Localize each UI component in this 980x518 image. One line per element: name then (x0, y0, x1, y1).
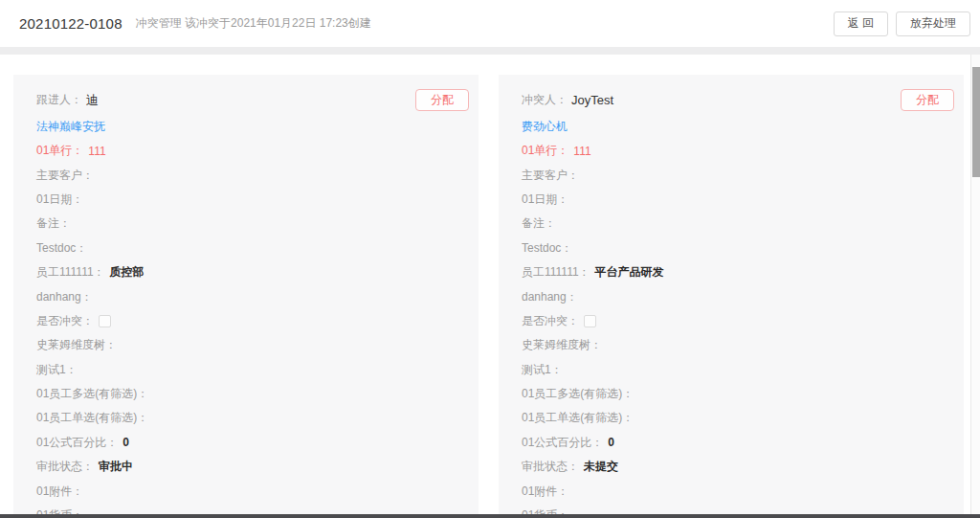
field-label: Testdoc： (522, 240, 572, 257)
field-row: 01员工单选(有筛选)： (522, 406, 954, 430)
field-label: 史莱姆维度树： (36, 337, 117, 353)
field-row: 01日期： (36, 188, 469, 212)
field-label: 员工111111： (522, 264, 590, 281)
back-button[interactable]: 返 回 (834, 11, 888, 36)
page-title: 20210122-0108 (19, 15, 122, 32)
field-label: 01公式百分比： (522, 435, 603, 451)
assign-button[interactable]: 分配 (415, 89, 469, 111)
scrollbar-thumb[interactable] (972, 67, 980, 177)
header-actions: 返 回 放弃处理 (834, 11, 970, 36)
field-label: danhang： (522, 289, 578, 305)
field-label: 01附件： (36, 484, 83, 500)
field-value: 平台产品研发 (595, 264, 664, 281)
page-header: 20210122-0108 冲突管理 该冲突于2021年01月22日 17:23… (0, 0, 980, 47)
record-link[interactable]: 费劲心机 (522, 119, 568, 135)
field-row: 主要客户： (522, 163, 954, 187)
field-label: 员工111111： (36, 264, 105, 281)
field-label: 备注： (36, 215, 71, 232)
field-label: 01员工单选(有筛选)： (36, 410, 148, 426)
card-header: 跟进人： 迪 分配 (36, 85, 469, 115)
bottom-edge-bar (0, 514, 980, 518)
field-label: 主要客户： (36, 168, 94, 184)
field-label: 主要客户： (522, 168, 579, 184)
conflict-checkbox[interactable] (99, 315, 111, 327)
conflict-checkbox[interactable] (584, 315, 596, 327)
record-link[interactable]: 法神巅峰安抚 (36, 119, 105, 135)
field-label: 01员工多选(有筛选)： (522, 386, 634, 402)
abandon-button[interactable]: 放弃处理 (896, 11, 970, 36)
field-row: 审批状态：未提交 (522, 455, 954, 479)
field-row: 是否冲突： (36, 309, 469, 333)
card-header: 冲突人： JoyTest 分配 (522, 85, 954, 115)
field-row: 01单行：111 (522, 139, 954, 163)
field-row: 01日期： (522, 188, 954, 212)
assign-button[interactable]: 分配 (901, 89, 954, 111)
header-divider-band (0, 47, 980, 55)
field-row: 审批状态：审批中 (36, 455, 469, 479)
field-value: 质控部 (110, 264, 145, 281)
record-link-row: 法神巅峰安抚 (36, 115, 469, 139)
field-label: 01公式百分比： (36, 435, 118, 451)
field-label: danhang： (36, 289, 93, 305)
field-row: 史莱姆维度树： (36, 333, 469, 357)
field-row: 01公式百分比：0 (36, 431, 469, 455)
conflict-person-card: 冲突人： JoyTest 分配 费劲心机 01单行：111主要客户：01日期：备… (499, 75, 964, 518)
field-row: 01附件： (522, 479, 954, 503)
person-label: 跟进人： (36, 92, 82, 108)
field-label: 是否冲突： (36, 313, 94, 329)
person-label: 冲突人： (522, 92, 568, 108)
field-row: 备注： (522, 212, 954, 236)
field-row: 员工111111：质控部 (36, 260, 469, 284)
field-label: 01单行： (522, 143, 568, 159)
field-row: 01附件： (36, 479, 469, 503)
field-label: 01单行： (36, 143, 83, 159)
field-label: 01员工多选(有筛选)： (36, 386, 148, 402)
field-label: 测试1： (36, 362, 78, 378)
field-row: 备注： (36, 212, 469, 236)
field-row: 01单行：111 (36, 139, 469, 163)
field-value: 未提交 (584, 459, 618, 475)
vertical-scrollbar[interactable] (970, 55, 980, 514)
field-row: 01员工多选(有筛选)： (522, 382, 954, 406)
field-list: 01单行：111主要客户：01日期：备注：Testdoc：员工111111：质控… (36, 139, 469, 518)
field-row: 是否冲突： (522, 309, 954, 333)
field-label: 01日期： (36, 191, 83, 208)
field-value: 111 (573, 145, 590, 158)
field-row: Testdoc： (36, 236, 469, 260)
field-value: 审批中 (99, 459, 133, 475)
person-value: 迪 (86, 92, 99, 109)
field-value: 111 (88, 145, 105, 158)
field-label: 01日期： (522, 191, 568, 208)
field-label: 审批状态： (36, 459, 94, 475)
field-label: 01员工单选(有筛选)： (522, 410, 634, 426)
field-label: 是否冲突： (522, 313, 579, 329)
field-label: 史莱姆维度树： (522, 337, 602, 353)
field-row: 测试1： (522, 358, 954, 382)
field-row: Testdoc： (522, 236, 954, 260)
field-label: 审批状态： (522, 459, 579, 475)
conflict-compare-area: 跟进人： 迪 分配 法神巅峰安抚 01单行：111主要客户：01日期：备注：Te… (0, 55, 980, 518)
follow-up-person-card: 跟进人： 迪 分配 法神巅峰安抚 01单行：111主要客户：01日期：备注：Te… (13, 75, 479, 518)
field-row: 01员工多选(有筛选)： (36, 382, 469, 406)
field-row: 测试1： (36, 358, 469, 382)
field-label: 测试1： (522, 362, 563, 378)
field-value: 0 (122, 436, 129, 449)
field-row: 员工111111：平台产品研发 (522, 260, 954, 284)
field-label: Testdoc： (36, 240, 87, 257)
field-label: 01附件： (522, 484, 568, 500)
field-row: 01员工单选(有筛选)： (36, 406, 469, 430)
person-value: JoyTest (571, 93, 613, 107)
field-row: 史莱姆维度树： (522, 333, 954, 357)
field-row: 01公式百分比：0 (522, 431, 954, 455)
field-row: danhang： (36, 284, 469, 308)
record-link-row: 费劲心机 (522, 115, 954, 139)
field-row: 主要客户： (36, 163, 469, 187)
field-list: 01单行：111主要客户：01日期：备注：Testdoc：员工111111：平台… (522, 139, 954, 518)
page-subtitle: 冲突管理 该冲突于2021年01月22日 17:23创建 (136, 15, 371, 32)
field-row: danhang： (522, 284, 954, 308)
field-value: 0 (608, 436, 614, 449)
field-label: 备注： (522, 215, 556, 232)
